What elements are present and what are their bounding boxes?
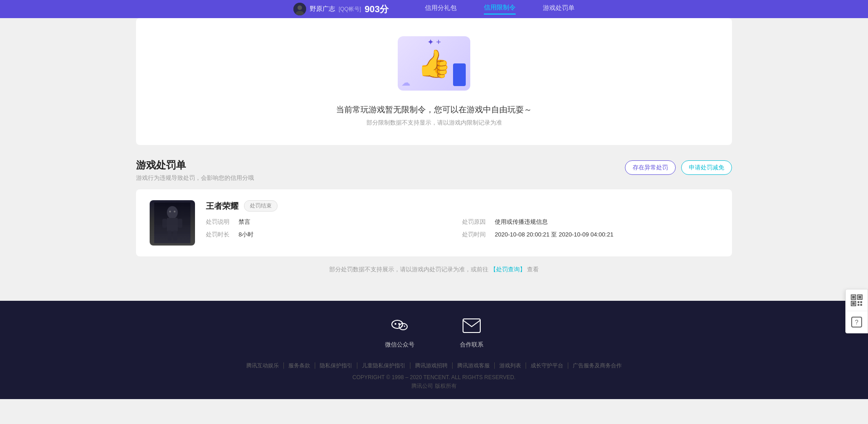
section-title-block: 游戏处罚单 游戏行为违规导致处罚，会影响您的信用分哦 <box>136 159 254 182</box>
penalty-game-header: 王者荣耀 处罚结束 <box>206 200 718 212</box>
contact-label: 合作联系 <box>460 341 483 349</box>
nav-link-restriction[interactable]: 信用限制令 <box>484 4 516 14</box>
blue-rect-decoration <box>453 63 466 86</box>
svg-rect-25 <box>858 301 859 303</box>
footer-link-1[interactable]: 服务条款 <box>284 362 315 369</box>
footer-wechat[interactable]: 微信公众号 <box>385 314 414 349</box>
description-label: 处罚说明 <box>206 218 233 226</box>
anomaly-button[interactable]: 存在异常处罚 <box>625 160 676 175</box>
svg-rect-8 <box>168 231 171 241</box>
svg-text:?: ? <box>855 318 858 326</box>
footer-copyright: COPYRIGHT © 1998 – 2020 TENCENT. ALL RIG… <box>0 374 868 381</box>
svg-rect-6 <box>162 219 167 228</box>
footer-link-0[interactable]: 腾讯互动娱乐 <box>242 362 284 369</box>
section-subtitle: 游戏行为违规导致处罚，会影响您的信用分哦 <box>136 174 254 182</box>
penalty-query-link[interactable]: 【处罚查询】 <box>490 266 526 273</box>
time-row: 处罚时间 2020-10-08 20:00:21 至 2020-10-09 04… <box>462 231 718 239</box>
footer-link-5[interactable]: 腾讯游戏客服 <box>453 362 495 369</box>
footer-link-2[interactable]: 隐私保护指引 <box>315 362 357 369</box>
svg-point-11 <box>174 211 176 212</box>
plus-icon: ✦ + <box>427 37 441 47</box>
description-row: 处罚说明 禁言 <box>206 218 462 226</box>
bottom-suffix: 查看 <box>527 266 539 273</box>
section-title: 游戏处罚单 <box>136 159 254 172</box>
footer-icons: 微信公众号 合作联系 <box>0 314 868 349</box>
svg-point-4 <box>167 206 178 219</box>
credit-limit-card: ✦ + 👍 ☁ 当前常玩游戏暂无限制令，您可以在游戏中自由玩耍～ 部分限制数据不… <box>136 18 732 145</box>
reason-row: 处罚原因 使用或传播违规信息 <box>462 218 718 226</box>
footer-company: 腾讯公司 版权所有 <box>0 382 868 390</box>
svg-point-17 <box>404 326 405 327</box>
penalty-info: 王者荣耀 处罚结束 处罚说明 禁言 处罚原因 使用或传播违规信息 <box>206 200 718 239</box>
duration-value: 8小时 <box>239 231 254 239</box>
bottom-notice: 部分处罚数据不支持展示，请以游戏内处罚记录为准，或前往 【处罚查询】 查看 <box>136 265 732 287</box>
credit-sub-message: 部分限制数据不支持显示，请以游戏内限制记录为准 <box>366 119 502 127</box>
main-content: ✦ + 👍 ☁ 当前常玩游戏暂无限制令，您可以在游戏中自由玩耍～ 部分限制数据不… <box>0 18 868 287</box>
game-name: 王者荣耀 <box>206 201 239 212</box>
footer-link-4[interactable]: 腾讯游戏招聘 <box>410 362 453 369</box>
svg-point-10 <box>169 211 171 212</box>
svg-rect-28 <box>860 304 862 306</box>
svg-point-16 <box>401 326 403 327</box>
section-header: 游戏处罚单 游戏行为违规导致处罚，会影响您的信用分哦 存在异常处罚 申请处罚减免 <box>136 159 732 182</box>
cloud-decoration: ☁ <box>401 77 410 88</box>
footer-link-8[interactable]: 广告服务及商务合作 <box>568 362 626 369</box>
svg-point-1 <box>297 5 302 10</box>
bottom-notice-text: 部分处罚数据不支持展示，请以游戏内处罚记录为准，或前往 <box>329 266 488 273</box>
footer-links: 腾讯互动娱乐 服务条款 隐私保护指引 儿童隐私保护指引 腾讯游戏招聘 腾讯游戏客… <box>0 362 868 369</box>
reason-value: 使用或传播违规信息 <box>495 218 548 226</box>
appeal-button[interactable]: 申请处罚减免 <box>681 160 732 175</box>
help-button[interactable]: ? <box>846 311 868 333</box>
game-thumbnail <box>150 200 195 246</box>
footer-contact[interactable]: 合作联系 <box>460 314 483 349</box>
svg-rect-26 <box>860 301 862 303</box>
svg-point-14 <box>395 323 396 325</box>
status-badge: 处罚结束 <box>244 200 278 212</box>
float-panel: ? <box>845 289 868 333</box>
footer-link-7[interactable]: 成长守护平台 <box>526 362 568 369</box>
nav-qq: [QQ帐号] <box>339 5 361 13</box>
nav-avatar <box>293 3 306 15</box>
thumb-bg: ✦ + 👍 ☁ <box>398 36 470 91</box>
duration-label: 处罚时长 <box>206 231 233 239</box>
wechat-icon <box>388 314 411 337</box>
svg-rect-9 <box>173 231 177 241</box>
svg-rect-20 <box>852 296 855 299</box>
description-value: 禁言 <box>239 218 250 226</box>
penalty-details: 处罚说明 禁言 处罚原因 使用或传播违规信息 处罚时长 8小时 处罚时间 <box>206 218 718 239</box>
nav-link-gift[interactable]: 信用分礼包 <box>425 4 457 14</box>
svg-rect-27 <box>858 304 859 306</box>
svg-point-15 <box>398 323 400 325</box>
footer-link-6[interactable]: 游戏列表 <box>495 362 526 369</box>
penalty-card: 王者荣耀 处罚结束 处罚说明 禁言 处罚原因 使用或传播违规信息 <box>136 189 732 256</box>
wechat-label: 微信公众号 <box>385 341 414 349</box>
credit-main-message: 当前常玩游戏暂无限制令，您可以在游戏中自由玩耍～ <box>336 104 532 115</box>
footer: 微信公众号 合作联系 腾讯互动娱乐 服务条款 隐私保护指引 儿童隐私保护指引 腾… <box>0 301 868 399</box>
penalty-section: 游戏处罚单 游戏行为违规导致处罚，会影响您的信用分哦 存在异常处罚 申请处罚减免 <box>136 159 732 287</box>
svg-rect-24 <box>852 302 855 305</box>
thumbs-up-icon: 👍 <box>417 48 451 80</box>
svg-rect-5 <box>167 218 178 231</box>
nav-link-penalty[interactable]: 游戏处罚单 <box>543 4 575 14</box>
svg-point-13 <box>399 323 407 330</box>
nav-user: 野原广志 [QQ帐号] 903分 <box>293 3 389 15</box>
reason-label: 处罚原因 <box>462 218 489 226</box>
thumb-illustration: ✦ + 👍 ☁ <box>393 32 475 95</box>
svg-rect-18 <box>463 319 480 332</box>
game-thumb-inner <box>150 200 195 246</box>
nav-score: 903分 <box>365 3 389 15</box>
section-actions: 存在异常处罚 申请处罚减免 <box>625 160 732 175</box>
qr-button[interactable] <box>846 289 868 311</box>
svg-rect-7 <box>178 219 182 228</box>
nav-links: 信用分礼包 信用限制令 游戏处罚单 <box>425 4 575 14</box>
top-nav: 野原广志 [QQ帐号] 903分 信用分礼包 信用限制令 游戏处罚单 <box>0 0 868 18</box>
penalty-item: 王者荣耀 处罚结束 处罚说明 禁言 处罚原因 使用或传播违规信息 <box>150 200 718 246</box>
duration-row: 处罚时长 8小时 <box>206 231 462 239</box>
email-icon <box>460 314 483 337</box>
nav-username: 野原广志 <box>310 5 335 13</box>
footer-link-3[interactable]: 儿童隐私保护指引 <box>357 362 410 369</box>
svg-rect-22 <box>858 296 861 299</box>
time-value: 2020-10-08 20:00:21 至 2020-10-09 04:00:2… <box>495 231 614 239</box>
time-label: 处罚时间 <box>462 231 489 239</box>
